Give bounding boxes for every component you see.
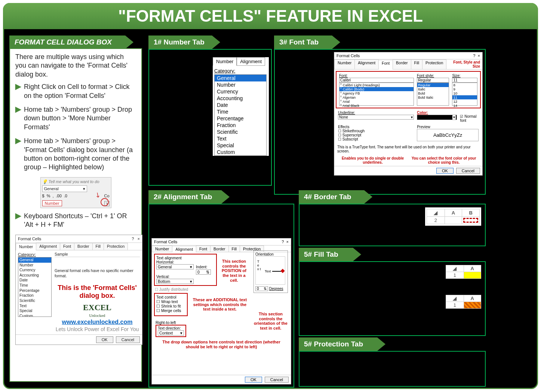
close-icon[interactable]: ×: [286, 240, 289, 244]
list-item[interactable]: 14: [452, 104, 477, 108]
list-item[interactable]: Date: [18, 278, 51, 283]
justify-checkbox[interactable]: Justify distributed: [155, 287, 216, 291]
tab-number[interactable]: Number: [213, 57, 237, 66]
tab-font[interactable]: Font: [378, 60, 393, 70]
shrink-checkbox[interactable]: Shrink to fit: [156, 304, 185, 308]
list-item[interactable]: ᵀ Algerian: [339, 95, 414, 99]
website-link[interactable]: www.excelunlocked.com: [55, 318, 140, 326]
tab-font[interactable]: Font: [196, 246, 210, 252]
close-icon[interactable]: ×: [478, 53, 480, 58]
list-item[interactable]: Accounting: [18, 273, 51, 278]
list-item[interactable]: Regular: [417, 83, 449, 87]
indent-spinner[interactable]: 0⇅: [196, 269, 211, 275]
list-item[interactable]: 10: [452, 91, 477, 95]
percent-icon[interactable]: %: [47, 193, 50, 198]
strikethrough-checkbox[interactable]: Strikethrough: [338, 129, 414, 133]
list-item[interactable]: ᵀ Arial: [339, 99, 414, 104]
list-item[interactable]: Fraction: [215, 122, 266, 129]
list-item[interactable]: Text: [18, 303, 51, 309]
help-icon[interactable]: ?: [132, 237, 134, 241]
list-item[interactable]: 12: [452, 99, 477, 104]
tab-alignment[interactable]: Alignment: [172, 246, 196, 252]
font-list[interactable]: ᵀ Calibri Light (Headings) ᵀ Calibri (Bo…: [339, 83, 414, 106]
size-input[interactable]: 11: [452, 78, 477, 83]
category-list[interactable]: General Number Currency Accounting Date …: [214, 74, 267, 156]
tab-border[interactable]: Border: [74, 243, 93, 250]
direction-select[interactable]: Context▾: [158, 330, 184, 336]
list-item[interactable]: ᵀ Calibri Light (Headings): [339, 83, 414, 87]
list-item[interactable]: Text: [215, 135, 266, 142]
tab-number[interactable]: Number: [152, 246, 172, 252]
list-item[interactable]: General: [215, 75, 266, 81]
tab-fill[interactable]: Fill: [411, 59, 422, 69]
list-item[interactable]: 9: [452, 87, 477, 91]
degrees-spinner[interactable]: 0⇅: [255, 286, 268, 291]
list-item[interactable]: Date: [215, 102, 266, 108]
list-item[interactable]: Scientific: [18, 298, 51, 303]
close-icon[interactable]: ×: [138, 237, 140, 241]
comma-icon[interactable]: ,: [52, 193, 53, 198]
ok-button[interactable]: OK: [245, 377, 262, 383]
list-item[interactable]: ᵀ Calibri (Body): [339, 87, 414, 91]
tab-font[interactable]: Font: [60, 243, 74, 250]
list-item[interactable]: Percentage: [215, 115, 266, 122]
ok-button[interactable]: OK: [96, 336, 113, 343]
list-item[interactable]: Bold: [417, 91, 449, 95]
list-item[interactable]: 8: [452, 83, 477, 87]
list-item[interactable]: Special: [18, 308, 51, 314]
tab-number[interactable]: Number: [16, 243, 36, 250]
list-item[interactable]: Bold Italic: [417, 95, 449, 99]
tab-protection[interactable]: Protection: [104, 243, 128, 250]
list-item[interactable]: ᵀ Arial Black: [339, 104, 414, 108]
list-item[interactable]: Special: [215, 142, 266, 149]
list-item[interactable]: Custom: [215, 149, 266, 155]
wrap-checkbox[interactable]: Wrap text: [156, 299, 185, 304]
cancel-button[interactable]: Cancel: [265, 377, 289, 383]
category-list[interactable]: General Number Currency Accounting Date …: [18, 257, 52, 317]
tab-fill[interactable]: Fill: [228, 246, 240, 252]
list-item[interactable]: Accounting: [215, 95, 266, 102]
tab-alignment[interactable]: Alignment: [237, 57, 265, 66]
help-icon[interactable]: ?: [282, 240, 284, 244]
style-input[interactable]: Regular: [417, 78, 449, 83]
list-item[interactable]: Italic: [417, 87, 449, 91]
currency-icon[interactable]: $: [42, 193, 44, 198]
subscript-checkbox[interactable]: Subscript: [338, 137, 414, 141]
size-list[interactable]: 8 9 10 11 12 14: [452, 83, 477, 106]
font-input[interactable]: Calibri: [339, 78, 414, 83]
cancel-button[interactable]: Cancel: [456, 168, 480, 174]
tab-number[interactable]: Number: [334, 59, 355, 69]
list-item[interactable]: General: [18, 257, 51, 263]
list-item[interactable]: Fraction: [18, 293, 51, 298]
superscript-checkbox[interactable]: Superscript: [338, 133, 414, 137]
vertical-select[interactable]: Bottom▾: [156, 279, 194, 284]
tab-protection[interactable]: Protection: [422, 59, 446, 69]
decrease-decimal-icon[interactable]: .0: [64, 193, 67, 198]
tab-alignment[interactable]: Alignment: [354, 59, 379, 69]
increase-decimal-icon[interactable]: .00: [56, 193, 61, 198]
underline-select[interactable]: None▾: [338, 115, 414, 120]
list-item[interactable]: Number: [18, 263, 51, 268]
tab-border[interactable]: Border: [393, 59, 411, 69]
tab-alignment[interactable]: Alignment: [36, 243, 60, 250]
help-icon[interactable]: ?: [473, 53, 475, 58]
list-item[interactable]: 11: [452, 95, 477, 99]
list-item[interactable]: Currency: [18, 268, 51, 273]
cancel-button[interactable]: Cancel: [116, 336, 140, 343]
color-select[interactable]: ▾: [417, 115, 457, 120]
normal-font-checkbox[interactable]: Normal font: [460, 114, 476, 123]
horizontal-select[interactable]: General▾: [156, 264, 194, 269]
list-item[interactable]: Time: [215, 108, 266, 115]
list-item[interactable]: Number: [215, 81, 266, 88]
tab-border[interactable]: Border: [210, 246, 229, 252]
list-item[interactable]: Percentage: [18, 288, 51, 293]
list-item[interactable]: Currency: [215, 88, 266, 95]
number-format-dropdown[interactable]: General▾: [42, 185, 87, 192]
list-item[interactable]: Custom: [18, 314, 51, 317]
tab-fill[interactable]: Fill: [92, 243, 104, 250]
style-list[interactable]: Regular Italic Bold Bold Italic: [417, 83, 449, 106]
merge-checkbox[interactable]: Merge cells: [156, 308, 185, 313]
list-item[interactable]: Scientific: [215, 129, 266, 135]
list-item[interactable]: Time: [18, 283, 51, 288]
orientation-dial[interactable]: T e x t Text: [255, 256, 285, 285]
